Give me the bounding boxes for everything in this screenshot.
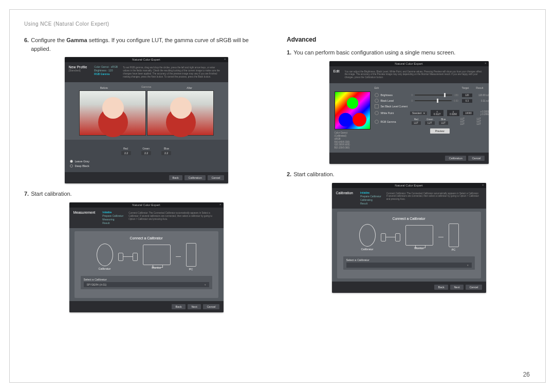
select-calibrator-label: Select a Calibrator (346, 258, 472, 262)
brightness-slider[interactable] (415, 95, 452, 96)
black-level-icon (375, 99, 379, 103)
pc-icon (449, 223, 459, 247)
lut-target: LUT LUT LUT (450, 118, 465, 125)
opt-deep-black-label: Deep Black (75, 164, 89, 167)
measurement-window-title: Natural Color Expert (132, 203, 160, 207)
select-calibrator-label: Select a Calibrator (84, 278, 209, 281)
gamma-screenshot: Natural Color Expert × New Profile [Stan… (65, 57, 228, 183)
col-edit: Edit (375, 86, 379, 89)
calibrator-icon (359, 224, 376, 247)
calibrator-dropdown[interactable] (346, 263, 472, 268)
lut-result: LUT LUT LUT (467, 118, 481, 125)
brightness-min: 0 (412, 94, 413, 97)
cancel-button[interactable]: Cancel (203, 304, 219, 309)
wp-y[interactable]: y 0.3290 (447, 110, 460, 116)
step-6-bold: Gamma (66, 37, 87, 43)
edit-panel-title: Edit (334, 69, 340, 73)
rgb-val-green[interactable]: 2.2 (141, 151, 151, 155)
black-level-slider[interactable] (415, 100, 452, 101)
edit-desc: You can adjust the Brightness, Black Lev… (343, 69, 485, 81)
back-button[interactable]: Back (434, 285, 448, 290)
measurement-screenshot: Natural Color Expert × Measurement Initi… (69, 202, 224, 312)
wizard-step[interactable]: Result (102, 221, 123, 225)
wizard-step-active[interactable]: Initialize (102, 211, 123, 214)
calibrator-dropdown[interactable]: SPYDER4 (A-01) (84, 282, 209, 287)
gamma-desc: To set RGB gamma, drag and drop the circ… (121, 65, 224, 79)
wizard-step[interactable]: Calibrating (360, 198, 381, 202)
wizard-step[interactable]: Measuring (102, 218, 123, 221)
step-7-text: Start calibration. (31, 190, 71, 198)
rgb-label-blue: Blue (164, 147, 169, 150)
close-icon[interactable]: × (485, 62, 487, 65)
page-number: 26 (523, 371, 530, 378)
close-icon[interactable]: × (482, 183, 484, 186)
page-header: Using NCE (Natural Color Expert) (24, 21, 531, 27)
next-button[interactable]: Next (188, 304, 200, 309)
stage-title: Connect a Calibrator (343, 217, 475, 220)
gamut-info: Color Gamut (Calibrated) sRGB R(0.640/0.… (335, 132, 371, 150)
step-6-text: Configure the Gamma settings. If you con… (31, 36, 268, 53)
calibrator-label: Calibrator (99, 267, 111, 270)
wp-speed[interactable]: 10000 (463, 111, 473, 115)
calibrator-icon (97, 244, 113, 266)
black-level-target: 0.31 cd (474, 100, 489, 102)
wizard-step[interactable]: Color Gamut · sRGB (94, 65, 118, 69)
opt-deep-black[interactable]: Deep Black (70, 164, 89, 167)
adv-step-2-num: 2. (287, 170, 291, 179)
close-icon[interactable]: × (219, 203, 221, 206)
close-icon[interactable]: × (224, 58, 226, 61)
step-6-pre: Configure the (31, 37, 66, 43)
next-button[interactable]: Next (450, 285, 463, 290)
lut-blue-dd[interactable]: LUT (439, 121, 449, 125)
wizard-step-active[interactable]: RGB Gamma (94, 72, 118, 76)
calibration-button[interactable]: Calibration (184, 175, 205, 180)
step-6-num: 6. (24, 36, 29, 53)
monitor-icon (143, 245, 171, 265)
lut-green-dd[interactable]: LUT (425, 121, 435, 125)
cancel-button[interactable]: Cancel (468, 156, 484, 161)
opt-leave-gray[interactable]: Leave Gray (70, 160, 89, 163)
measurement-desc: Connect Calibrator. The Connected Calibr… (126, 211, 219, 225)
preview-button[interactable]: Preview (430, 128, 450, 134)
blc-icon[interactable] (375, 104, 379, 108)
col-result: Result (469, 86, 484, 89)
white-point-label: White Point (381, 111, 409, 115)
preview-before (79, 90, 146, 136)
lut-red-label: Red (412, 118, 421, 121)
wp-target: x 0.3001y 0.2992 (475, 110, 488, 116)
cancel-button[interactable]: Cancel (466, 285, 482, 290)
wizard-step-active[interactable]: Initialize (360, 191, 381, 195)
adv-step-2: 2. Start calibration. (287, 170, 531, 179)
black-level-value[interactable]: 0.3 (462, 99, 472, 103)
gamma-window-title: Natural Color Expert (132, 58, 160, 61)
lut-green-label: Green (425, 118, 435, 121)
white-point-dropdown[interactable]: Standard (410, 111, 427, 115)
adv-step-2-text: Start calibration. (293, 170, 334, 179)
wizard-step[interactable]: Brightness · 120 (94, 69, 118, 72)
calibration-desc: Connect Calibrator. The Connected Calibr… (384, 191, 482, 206)
back-button[interactable]: Back (169, 175, 182, 180)
rgb-val-red[interactable]: 2.2 (121, 151, 131, 155)
lut-red-dd[interactable]: LUT (412, 121, 421, 125)
after-label: After (187, 86, 192, 89)
step-7: 7. Start calibration. (24, 190, 268, 198)
wizard-step[interactable]: Prepare Calibrator (360, 195, 381, 198)
opt-leave-gray-label: Leave Gray (75, 160, 89, 163)
rgb-val-blue[interactable]: 2.2 (161, 151, 171, 155)
calibration-button[interactable]: Calibration (445, 156, 466, 161)
black-max: 0.50 (454, 100, 458, 102)
brightness-max: 150 (454, 94, 458, 97)
gamut-diagram (335, 91, 371, 129)
rgb-label-green: Green (142, 147, 150, 150)
brightness-value[interactable]: 120 (462, 94, 472, 97)
black-level-label: Black Level (381, 99, 410, 102)
wizard-step[interactable]: Prepare Calibrator (102, 214, 123, 218)
wizard-step[interactable]: Result (360, 202, 381, 206)
back-button[interactable]: Back (172, 304, 185, 309)
calibrator-dropdown-value: SPYDER4 (A-01) (87, 283, 107, 286)
wp-x[interactable]: x 0.3127 (431, 110, 443, 116)
brightness-target: 120.00 cd (474, 94, 489, 97)
cancel-button[interactable]: Cancel (208, 175, 224, 180)
preview-after (147, 90, 214, 136)
rgb-label-red: Red (123, 147, 128, 150)
